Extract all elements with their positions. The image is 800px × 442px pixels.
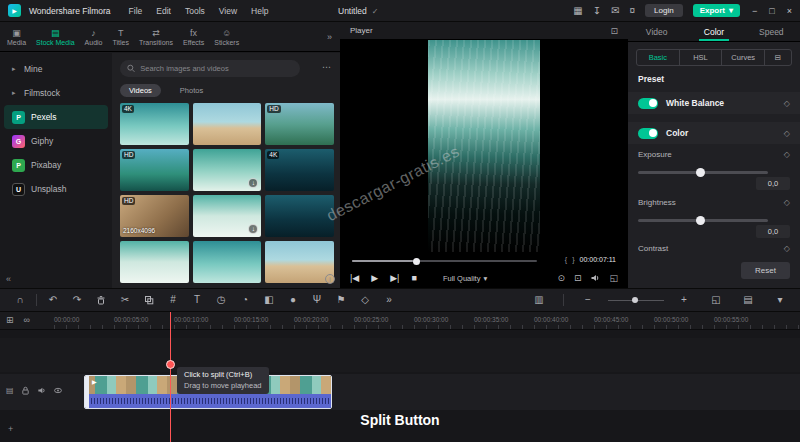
previous-frame-button[interactable]: |◀ — [350, 273, 359, 283]
stock-thumbnail[interactable]: 4K — [265, 149, 334, 191]
search-input[interactable] — [140, 64, 293, 73]
stock-thumbnail[interactable]: HD — [265, 103, 334, 145]
tab-titles[interactable]: T Titles — [108, 28, 134, 46]
keyframe-diamond-icon[interactable]: ◇ — [784, 150, 790, 159]
mark-out-icon[interactable]: } — [572, 256, 574, 263]
tab-stickers[interactable]: ☺ Stickers — [209, 28, 244, 46]
tab-media[interactable]: ▣ Media — [2, 28, 31, 46]
stock-thumbnail[interactable]: 4K — [120, 103, 189, 145]
tab-color[interactable]: Color — [685, 22, 742, 41]
layout-icon[interactable]: ▦ — [573, 6, 582, 16]
track-settings-icon[interactable]: ▤ — [6, 386, 14, 395]
maximize-button[interactable]: □ — [769, 6, 774, 16]
marker-icon[interactable]: ⚑ — [329, 295, 353, 305]
download-icon[interactable]: ↓ — [248, 178, 258, 188]
slider-handle[interactable] — [696, 216, 705, 225]
stock-thumbnail[interactable] — [193, 103, 262, 145]
save-icon[interactable]: ↧ — [593, 6, 601, 16]
mic-icon[interactable]: Ψ — [305, 295, 329, 305]
playhead-pin[interactable] — [166, 360, 175, 369]
lock-icon[interactable] — [21, 386, 30, 395]
copy-icon[interactable] — [137, 295, 161, 305]
custom-preset-icon[interactable]: ⊟ — [765, 50, 791, 65]
brightness-slider[interactable] — [638, 215, 768, 225]
mark-in-icon[interactable]: { — [565, 256, 567, 263]
link-icon[interactable]: ∞ — [24, 315, 30, 325]
stock-thumbnail[interactable] — [193, 241, 262, 283]
next-frame-button[interactable]: ▶| — [390, 273, 399, 283]
white-balance-toggle[interactable] — [638, 98, 658, 109]
stock-thumbnail[interactable]: HD2160x4096 — [120, 195, 189, 237]
close-button[interactable]: × — [787, 6, 792, 16]
hide-track-icon[interactable] — [53, 386, 63, 395]
mute-icon[interactable] — [37, 386, 46, 395]
track-layout-icon[interactable]: ▤ — [736, 295, 760, 305]
stock-thumbnail[interactable]: HD — [120, 149, 189, 191]
stop-button[interactable]: ■ — [411, 273, 416, 283]
redo-icon[interactable]: ↷ — [65, 295, 89, 305]
subtab-hsl[interactable]: HSL — [680, 50, 723, 65]
zoom-out-icon[interactable]: − — [576, 295, 600, 305]
slider-handle[interactable] — [696, 168, 705, 177]
exposure-value[interactable]: 0,0 — [756, 177, 790, 190]
tab-stock-media[interactable]: ▤ Stock Media — [31, 28, 80, 46]
split-icon[interactable]: ✂ — [113, 295, 137, 305]
sidebar-item-filmstock[interactable]: ▸ Filmstock — [4, 81, 108, 105]
aspect-ratio-icon[interactable]: ⊡ — [610, 26, 618, 36]
color-toggle[interactable] — [638, 128, 658, 139]
search-bar[interactable] — [120, 60, 300, 77]
brightness-value[interactable]: 0,0 — [756, 225, 790, 238]
feedback-icon[interactable]: ✉ — [611, 6, 619, 16]
tab-video[interactable]: Video — [628, 22, 685, 41]
speed-icon[interactable]: ◔ — [233, 295, 257, 305]
stock-thumbnail[interactable] — [265, 241, 334, 283]
menu-tools[interactable]: Tools — [185, 6, 205, 16]
subtab-basic[interactable]: Basic — [637, 50, 680, 65]
filter-photos[interactable]: Photos — [171, 84, 212, 97]
more-tabs-icon[interactable]: » — [327, 32, 338, 42]
display-icon[interactable]: ⊡ — [574, 273, 582, 283]
subtab-curves[interactable]: Curves — [722, 50, 765, 65]
clip-trim-handle[interactable] — [85, 376, 89, 408]
delete-icon[interactable] — [89, 295, 113, 305]
login-button[interactable]: Login — [645, 4, 683, 17]
menu-file[interactable]: File — [129, 6, 143, 16]
more-options-icon[interactable]: ⋯ — [322, 62, 332, 72]
chroma-key-icon[interactable]: ◧ — [257, 295, 281, 305]
render-preview-icon[interactable]: ▥ — [527, 295, 551, 305]
more-tools-icon[interactable]: » — [377, 295, 401, 305]
tab-speed[interactable]: Speed — [743, 22, 800, 41]
keyframe-diamond-icon[interactable]: ◇ — [784, 129, 790, 138]
panel-caret-icon[interactable]: ▾ — [768, 295, 792, 305]
zoom-slider[interactable] — [608, 296, 664, 304]
store-icon[interactable]: ¤ — [630, 6, 636, 16]
minimize-button[interactable]: − — [752, 6, 757, 16]
keyframe-diamond-icon[interactable]: ◇ — [784, 99, 790, 108]
duration-icon[interactable]: ◷ — [209, 295, 233, 305]
menu-help[interactable]: Help — [251, 6, 268, 16]
reset-button[interactable]: Reset — [741, 262, 790, 279]
undo-icon[interactable]: ↶ — [41, 295, 65, 305]
fullscreen-icon[interactable]: ◱ — [609, 273, 618, 283]
sidebar-item-unsplash[interactable]: U Unsplash — [4, 177, 108, 201]
record-icon[interactable]: ● — [281, 295, 305, 305]
download-icon[interactable]: ↓ — [248, 224, 258, 234]
filter-videos[interactable]: Videos — [120, 84, 161, 97]
zoom-in-icon[interactable]: + — [672, 295, 696, 305]
exposure-slider[interactable] — [638, 167, 768, 177]
sidebar-item-mine[interactable]: ▸ Mine — [4, 57, 108, 81]
manage-tracks-icon[interactable]: ⊞ — [6, 315, 14, 325]
menu-view[interactable]: View — [219, 6, 237, 16]
tab-transitions[interactable]: ⇄ Transitions — [134, 28, 178, 46]
sidebar-item-pixabay[interactable]: P Pixabay — [4, 153, 108, 177]
empty-track-lane[interactable] — [0, 338, 800, 372]
scrubber-track[interactable] — [352, 260, 537, 262]
quality-dropdown[interactable]: Full Quality ▾ — [443, 274, 487, 283]
stock-thumbnail[interactable] — [120, 241, 189, 283]
info-icon[interactable]: i — [325, 274, 335, 284]
fit-timeline-icon[interactable]: ◱ — [704, 295, 728, 305]
snapshot-icon[interactable]: ⊙ — [557, 273, 565, 283]
tab-audio[interactable]: ♪ Audio — [80, 28, 108, 46]
stock-thumbnail[interactable]: ↓ — [193, 195, 262, 237]
sidebar-item-giphy[interactable]: G Giphy — [4, 129, 108, 153]
